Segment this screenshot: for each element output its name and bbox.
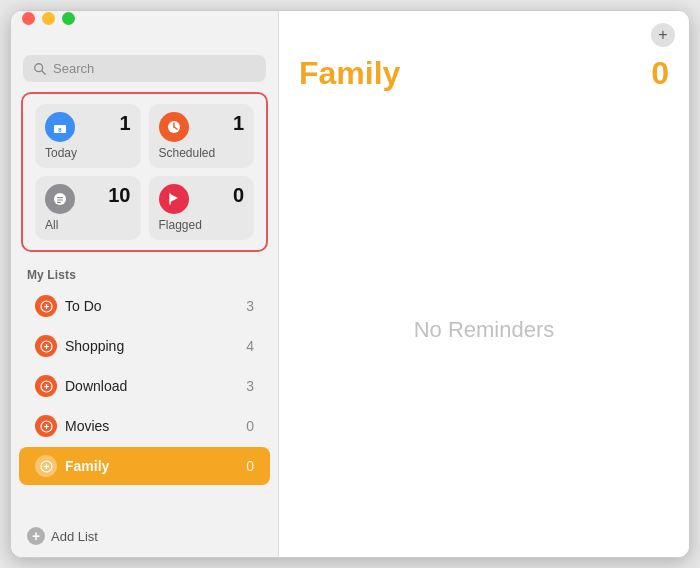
smart-item-scheduled[interactable]: 1 Scheduled	[149, 104, 255, 168]
list-item-download[interactable]: Download 3	[19, 367, 270, 405]
flagged-label: Flagged	[159, 218, 245, 232]
shopping-list-icon	[35, 335, 57, 357]
svg-rect-13	[57, 202, 61, 203]
smart-item-flagged-top: 0	[159, 184, 245, 214]
search-bar[interactable]: Search	[23, 55, 266, 82]
smart-item-all[interactable]: 10 All	[35, 176, 141, 240]
smart-lists-grid: 8 1 Today 1	[21, 92, 268, 252]
family-list-count: 0	[246, 458, 254, 474]
maximize-button[interactable]	[62, 12, 75, 25]
sidebar: Search 8 1	[11, 11, 279, 557]
list-item-family[interactable]: Family 0	[19, 447, 270, 485]
svg-rect-12	[57, 199, 63, 200]
today-label: Today	[45, 146, 131, 160]
list-item-movies[interactable]: Movies 0	[19, 407, 270, 445]
smart-item-flagged[interactable]: 0 Flagged	[149, 176, 255, 240]
no-reminders-message: No Reminders	[279, 102, 689, 557]
add-reminder-button[interactable]: +	[651, 23, 675, 47]
minimize-button[interactable]	[42, 12, 55, 25]
titlebar	[22, 12, 75, 25]
list-item-todo[interactable]: To Do 3	[19, 287, 270, 325]
todo-list-name: To Do	[65, 298, 246, 314]
family-list-name: Family	[65, 458, 246, 474]
svg-point-10	[54, 193, 66, 205]
close-button[interactable]	[22, 12, 35, 25]
smart-item-all-top: 10	[45, 184, 131, 214]
todo-list-count: 3	[246, 298, 254, 314]
scheduled-count: 1	[233, 112, 244, 135]
all-icon-svg	[52, 191, 68, 207]
today-count: 1	[119, 112, 130, 135]
smart-item-scheduled-top: 1	[159, 112, 245, 142]
svg-rect-11	[57, 197, 63, 198]
main-content: + Family 0 No Reminders	[279, 11, 689, 557]
scheduled-icon	[159, 112, 189, 142]
add-list-button[interactable]: + Add List	[11, 515, 278, 557]
svg-marker-14	[170, 194, 178, 202]
add-list-label: Add List	[51, 529, 98, 544]
flagged-icon	[159, 184, 189, 214]
search-icon	[33, 62, 47, 76]
app-window: Search 8 1	[10, 10, 690, 558]
todo-list-icon	[35, 295, 57, 317]
download-list-name: Download	[65, 378, 246, 394]
download-list-icon	[35, 375, 57, 397]
main-count: 0	[651, 55, 669, 92]
smart-item-today[interactable]: 8 1 Today	[35, 104, 141, 168]
all-count: 10	[108, 184, 130, 207]
all-icon	[45, 184, 75, 214]
my-lists-header: My Lists	[11, 262, 278, 286]
main-title: Family	[299, 55, 400, 92]
search-placeholder: Search	[53, 61, 94, 76]
flagged-count: 0	[233, 184, 244, 207]
shopping-list-name: Shopping	[65, 338, 246, 354]
today-icon: 8	[45, 112, 75, 142]
scheduled-icon-svg	[166, 119, 182, 135]
shopping-list-count: 4	[246, 338, 254, 354]
family-list-icon	[35, 455, 57, 477]
main-header: Family 0	[279, 11, 689, 102]
movies-list-count: 0	[246, 418, 254, 434]
movies-list-icon	[35, 415, 57, 437]
smart-item-today-top: 8 1	[45, 112, 131, 142]
today-icon-svg: 8	[52, 119, 68, 135]
add-list-plus-icon: +	[27, 527, 45, 545]
list-item-shopping[interactable]: Shopping 4	[19, 327, 270, 365]
scheduled-label: Scheduled	[159, 146, 245, 160]
flagged-icon-svg	[166, 191, 182, 207]
movies-list-name: Movies	[65, 418, 246, 434]
all-label: All	[45, 218, 131, 232]
svg-line-1	[42, 70, 46, 74]
download-list-count: 3	[246, 378, 254, 394]
